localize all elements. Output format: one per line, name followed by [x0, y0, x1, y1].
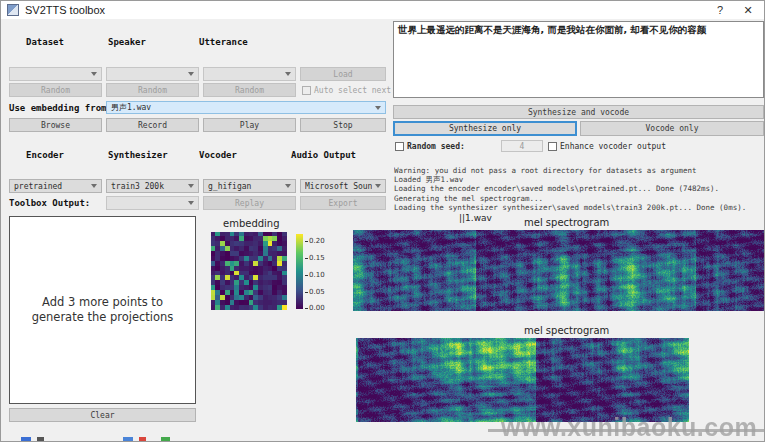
window-title: SV2TTS toolbox [25, 4, 105, 16]
taskbar-icon-sliver [139, 437, 146, 442]
log-line: Generating the mel spectrogram... [394, 194, 764, 203]
embedding-colorbar [296, 234, 303, 309]
chevron-down-icon [375, 184, 381, 188]
chevron-down-icon [91, 72, 97, 76]
use-embedding-label: Use embedding from: [9, 103, 112, 113]
vocoder-label: Vocoder [199, 150, 237, 160]
colorbar-tick: 0.05 [305, 288, 325, 296]
play-button[interactable]: Play [203, 118, 296, 132]
help-button[interactable]: ? [706, 1, 734, 19]
auto-select-label: Auto select next [314, 86, 391, 95]
record-button[interactable]: Record [106, 118, 199, 132]
synthesizer-select[interactable]: train3 200k [106, 179, 199, 193]
wav-corner-label: ||1.wav [459, 213, 492, 223]
random-seed-field[interactable]: 4 [501, 140, 543, 152]
log-line: Warning: you did not pass a root directo… [394, 166, 764, 175]
synthesize-and-vocode-button[interactable]: Synthesize and vocode [393, 105, 764, 119]
taskbar-icon-sliver [123, 437, 133, 442]
audio-output-select[interactable]: Microsoft Sound Mapp [300, 179, 386, 193]
synthesis-text-input[interactable]: 世界上最遥远的距离不是天涯海角, 而是我站在你面前, 却看不见你的容颜 [393, 21, 764, 98]
titlebar: SV2TTS toolbox ? ✕ [1, 1, 764, 19]
random-utterance-button[interactable]: Random [203, 83, 296, 97]
projection-message: Add 3 more points to generate the projec… [32, 295, 174, 325]
speaker-label: Speaker [108, 37, 146, 47]
embedding-source-value: 男声1.wav [111, 102, 372, 113]
mel-spectrogram-title-2: mel spectrogram [524, 325, 609, 336]
embedding-source-select[interactable]: 男声1.wav [106, 101, 386, 114]
vocoder-select[interactable]: g_hifigan [203, 179, 296, 193]
enhance-vocoder-label: Enhance vocoder output [560, 142, 666, 151]
embedding-plot-title: embedding [223, 218, 280, 229]
projection-panel: Add 3 more points to generate the projec… [9, 216, 196, 404]
synthesize-only-button[interactable]: Synthesize only [393, 121, 577, 136]
replay-button[interactable]: Replay [203, 196, 296, 210]
vocode-only-button[interactable]: Vocode only [580, 121, 764, 136]
browse-button[interactable]: Browse [9, 118, 102, 132]
close-icon[interactable]: ✕ [734, 1, 762, 19]
synthesizer-label: Synthesizer [108, 150, 168, 160]
load-button[interactable]: Load [300, 67, 386, 81]
utterance-select[interactable] [203, 67, 296, 81]
taskbar-icon-sliver [161, 437, 170, 442]
random-speaker-button[interactable]: Random [106, 83, 199, 97]
toolbox-output-select[interactable] [106, 196, 199, 210]
chevron-down-icon [91, 184, 97, 188]
speaker-select[interactable] [106, 67, 199, 81]
app-icon [7, 4, 19, 16]
encoder-select[interactable]: pretrained [9, 179, 102, 193]
chevron-down-icon [285, 184, 291, 188]
clear-button[interactable]: Clear [9, 408, 196, 422]
embedding-heatmap [211, 232, 287, 310]
log-output: Warning: you did not pass a root directo… [394, 166, 764, 212]
taskbar-icon-sliver [37, 437, 44, 442]
chevron-down-icon [375, 106, 381, 110]
mel-spectrogram-plot-1 [353, 230, 764, 311]
mel-spectrogram-plot-2 [356, 338, 689, 422]
chevron-down-icon [188, 184, 194, 188]
sv2tts-window: SV2TTS toolbox ? ✕ Dataset Speaker Utter… [0, 0, 765, 442]
export-button[interactable]: Export [300, 196, 386, 210]
colorbar-tick: 0.10 [305, 271, 325, 279]
log-line: Loading the encoder encoder\saved models… [394, 184, 764, 193]
random-seed-checkbox[interactable] [395, 142, 404, 151]
chevron-down-icon [188, 72, 194, 76]
colorbar-tick: 0.15 [305, 254, 325, 262]
stop-button[interactable]: Stop [300, 118, 386, 132]
toolbox-output-label: Toolbox Output: [9, 198, 90, 208]
dataset-label: Dataset [26, 37, 64, 47]
audio-output-label: Audio Output [291, 150, 356, 160]
chevron-down-icon [285, 72, 291, 76]
mel-spectrogram-title-1: mel spectrogram [524, 217, 609, 228]
chevron-down-icon [188, 201, 194, 205]
encoder-label: Encoder [26, 150, 64, 160]
random-dataset-button[interactable]: Random [9, 83, 102, 97]
dataset-select[interactable] [9, 67, 102, 81]
colorbar-tick: 0.00 [305, 304, 325, 312]
utterance-label: Utterance [199, 37, 248, 47]
watermark-text: www.xunibaoku.com [501, 413, 757, 442]
enhance-vocoder-checkbox[interactable] [548, 142, 557, 151]
random-seed-label: Random seed: [407, 142, 465, 151]
auto-select-checkbox[interactable] [302, 86, 311, 95]
log-line: Loaded 男声1.wav [394, 175, 764, 184]
colorbar-tick: 0.20 [305, 237, 325, 245]
log-line: Loading the synthesizer synthesizer\save… [394, 203, 764, 212]
taskbar-icon-sliver [21, 437, 31, 442]
